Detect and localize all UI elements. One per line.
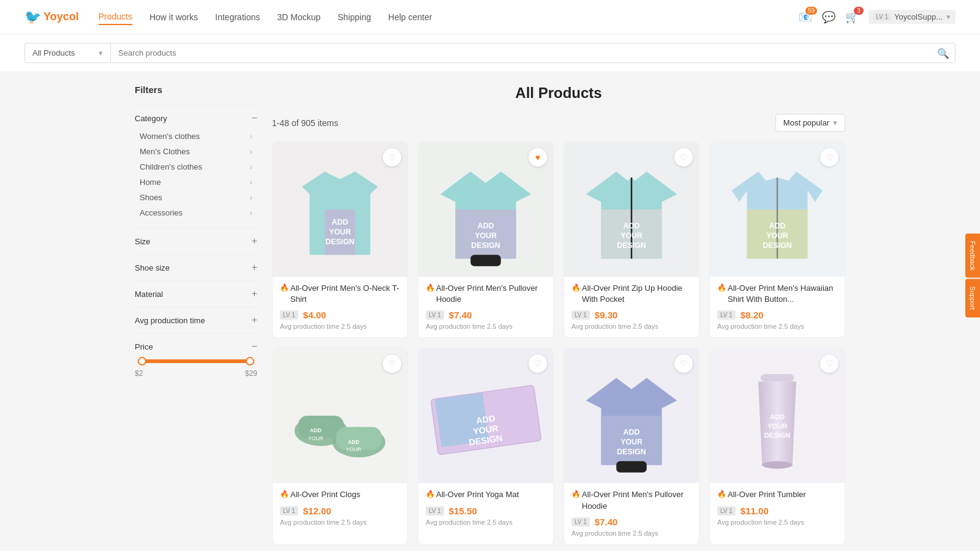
material-filter: Material + [135,280,257,307]
product-price-2: $7.40 [449,310,472,320]
chevron-right-icon-3: › [250,163,252,171]
product-price-4: $8.20 [741,310,764,320]
svg-text:ADD: ADD [348,439,360,445]
product-name-text-5: All-Over Print Clogs [290,489,360,500]
category-item-womens[interactable]: Women's clothes › [135,129,257,144]
logo[interactable]: 🐦 Yoycol [24,9,79,25]
fire-icon-6: 🔥 [426,489,435,500]
home-label: Home [140,178,161,187]
nav-integrations[interactable]: Integrations [215,10,260,24]
product-production-time-4: Avg production time 2.5 days [717,323,837,330]
product-card[interactable]: ADD YOUR DESIGN ♡ 🔥 All-Over Print Zip U… [564,141,699,338]
fire-icon-3: 🔥 [571,283,581,293]
product-grid: ADD YOUR DESIGN ♡ 🔥 All-Over Print Men's… [272,141,845,545]
category-item-shoes[interactable]: Shoes › [135,190,257,205]
user-menu[interactable]: LV 1 YoycolSupp... ▾ [869,10,956,24]
svg-text:DESIGN: DESIGN [471,241,500,250]
product-card[interactable]: ADD YOUR DESIGN ♡ 🔥 All-Over Print Men's… [272,141,408,338]
svg-text:YOUR: YOUR [475,231,497,240]
support-tab[interactable]: Support [965,279,980,318]
filters-title: Filters [135,84,257,95]
product-production-time-7: Avg production time 2.5 days [571,530,692,537]
search-input[interactable] [110,43,956,63]
category-item-mens[interactable]: Men's Clothes › [135,144,257,159]
product-price-7: $7.40 [595,517,618,527]
product-name-4: 🔥 All-Over Print Men's Hawaiian Shirt Wi… [717,283,837,305]
product-name-7: 🔥 All-Over Print Men's Pullover Hoodie [571,489,692,511]
nav-help-center[interactable]: Help center [388,10,432,24]
fire-icon-7: 🔥 [571,489,581,500]
price-handle-left[interactable] [138,357,146,365]
lv-tag-3: LV 1 [571,310,590,320]
product-card-5[interactable]: ADD YOUR ADD YOUR ♡ 🔥 All-Over Print Clo… [272,348,408,544]
lv-tag-2: LV 1 [426,310,444,320]
svg-text:YOUR: YOUR [620,231,643,240]
product-production-time-3: Avg production time 2.5 days [571,323,692,330]
nav-products[interactable]: Products [99,9,132,25]
fire-icon-2: 🔥 [426,283,435,293]
svg-text:DESIGN: DESIGN [617,448,646,456]
product-name-text: All-Over Print Men's O-Neck T-Shirt [290,283,400,305]
cart-icon[interactable]: 🛒 3 [845,10,859,24]
product-pricing: LV 1 $4.00 [280,310,400,320]
wishlist-button-4[interactable]: ♡ [820,148,839,167]
sort-dropdown[interactable]: Most popular ▾ [775,114,845,132]
content-toolbar: 1-48 of 905 items Most popular ▾ [272,114,845,132]
search-category-dropdown[interactable]: All Products ▾ [24,43,110,63]
size-label: Size [135,237,150,246]
category-label: Category [135,114,167,123]
svg-text:YOUR: YOUR [308,435,323,441]
fire-icon-5: 🔥 [280,489,289,500]
nav-3d-mockup[interactable]: 3D Mockup [277,10,320,24]
product-image-wrap: ADD YOUR DESIGN ♡ [273,142,407,277]
production-filter-header[interactable]: Avg production time + [135,315,257,326]
price-filter: Price − $2 $29 [135,333,257,385]
shoe-size-filter-header[interactable]: Shoe size + [135,262,257,273]
category-item-childrens[interactable]: Children's clothes › [135,159,257,174]
product-name-3: 🔥 All-Over Print Zip Up Hoodie With Pock… [571,283,692,305]
search-button[interactable]: 🔍 [937,47,949,59]
size-filter-header[interactable]: Size + [135,236,257,247]
product-production-time-6: Avg production time 2.5 days [426,519,546,526]
wishlist-button-3[interactable]: ♡ [674,148,693,167]
notifications-icon[interactable]: 📧 59 [799,10,812,24]
product-image-wrap-8: ADD YOUR DESIGN ♡ [710,348,845,483]
chevron-right-icon-2: › [250,148,252,156]
wishlist-button[interactable]: ♡ [383,148,401,167]
size-filter: Size + [135,228,257,254]
product-price-3: $9.30 [595,310,618,320]
svg-rect-35 [616,462,647,473]
product-card-7[interactable]: ADD YOUR DESIGN ♡ 🔥 All-Over Print Men's… [564,348,699,544]
category-item-accessories[interactable]: Accessories › [135,205,257,220]
svg-text:DESIGN: DESIGN [764,432,791,439]
product-card-8[interactable]: ADD YOUR DESIGN ♡ 🔥 All-Over Print Tumbl… [709,348,845,544]
price-filter-header[interactable]: Price − [135,341,257,352]
price-min-label: $2 [135,369,143,378]
product-pricing-3: LV 1 $9.30 [571,310,692,320]
product-image-wrap-7: ADD YOUR DESIGN ♡ [564,348,699,483]
price-handle-right[interactable] [246,357,254,365]
nav-shipping[interactable]: Shipping [337,10,371,24]
svg-text:DESIGN: DESIGN [325,238,354,246]
material-filter-header[interactable]: Material + [135,288,257,299]
product-info: 🔥 All-Over Print Men's O-Neck T-Shirt LV… [273,277,407,337]
chevron-down-icon: ▾ [946,12,951,21]
nav-how-it-works[interactable]: How it works [149,10,198,24]
category-item-home[interactable]: Home › [135,174,257,190]
header-right: 📧 59 💬 🛒 3 LV 1 YoycolSupp... ▾ [799,10,956,24]
chevron-right-icon: › [250,132,252,141]
product-image-wrap-5: ADD YOUR ADD YOUR ♡ [273,348,407,483]
childrens-clothes-label: Children's clothes [140,162,202,171]
feedback-tab[interactable]: Feedback [965,234,980,278]
shoes-label: Shoes [140,193,162,202]
product-info-7: 🔥 All-Over Print Men's Pullover Hoodie L… [564,483,699,544]
product-name-5: 🔥 All-Over Print Clogs [280,489,400,500]
product-card[interactable]: ADD YOUR DESIGN ♥ 🔥 All-Over Print Men's… [418,141,554,338]
product-pricing-8: LV 1 $11.00 [717,506,837,516]
messages-icon[interactable]: 💬 [822,10,835,24]
wishlist-button-active[interactable]: ♥ [529,148,547,167]
product-card[interactable]: ADD YOUR DESIGN ♡ 🔥 All-Over Print Men's… [709,141,845,338]
product-image-wrap: ADD YOUR DESIGN ♡ [564,142,699,277]
category-filter-header[interactable]: Category − [135,113,257,124]
product-card-6[interactable]: ADD YOUR DESIGN ♡ 🔥 All-Over Print Yoga … [418,348,554,544]
